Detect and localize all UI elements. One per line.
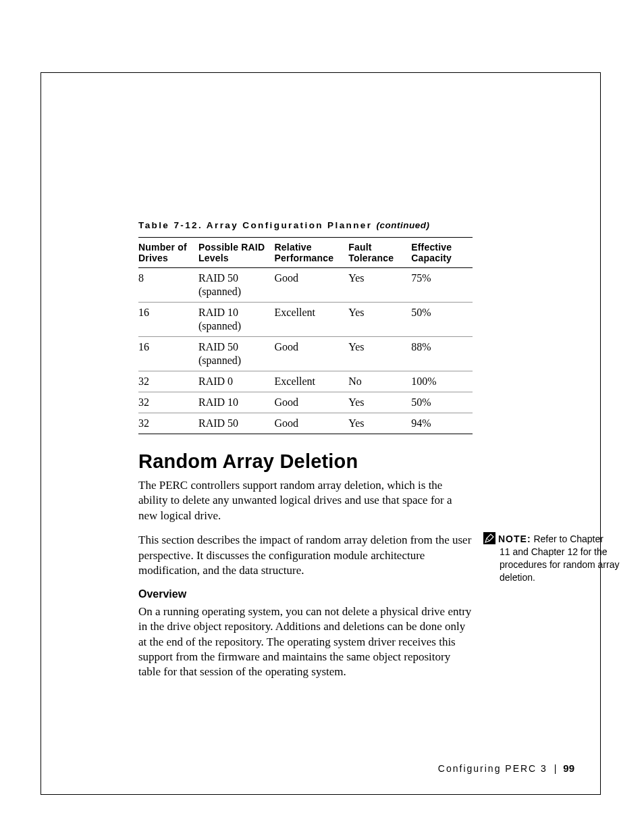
cell-perf: Excellent — [275, 303, 349, 337]
config-planner-table: Number of Drives Possible RAID Levels Re… — [138, 237, 473, 434]
note-label: NOTE: — [498, 533, 531, 544]
cell-cap: 75% — [411, 268, 473, 303]
cell-perf: Good — [275, 268, 349, 303]
table-row: 32 RAID 10 Good Yes 50% — [138, 392, 473, 413]
table-row: 16 RAID 10 (spanned) Excellent Yes 50% — [138, 303, 473, 337]
footer-section: Configuring PERC 3 — [438, 763, 547, 774]
cell-levels: RAID 0 — [198, 371, 275, 392]
body-paragraph: This section describes the impact of ran… — [138, 533, 473, 578]
cell-levels: RAID 50 (spanned) — [198, 268, 275, 303]
cell-perf: Excellent — [275, 371, 349, 392]
section-heading: Random Array Deletion — [138, 450, 641, 473]
subsection-heading: Overview — [138, 588, 641, 600]
cell-drives: 32 — [138, 413, 198, 434]
cell-drives: 8 — [138, 268, 198, 303]
table-row: 32 RAID 50 Good Yes 94% — [138, 413, 473, 434]
th-levels: Possible RAID Levels — [198, 238, 275, 268]
body-paragraph: On a running operating system, you can n… — [138, 604, 473, 680]
cell-fault: No — [348, 371, 411, 392]
note-text-first: Refer to Chapter — [531, 533, 603, 544]
cell-cap: 94% — [411, 413, 473, 434]
note-pencil-icon — [483, 532, 495, 544]
body-paragraph: The PERC controllers support random arra… — [138, 478, 473, 523]
footer-page-number: 99 — [563, 762, 574, 774]
cell-fault: Yes — [348, 413, 411, 434]
cell-drives: 32 — [138, 392, 198, 413]
cell-levels: RAID 50 (spanned) — [198, 337, 275, 371]
th-cap: Effective Capacity — [411, 238, 473, 268]
table-header-row: Number of Drives Possible RAID Levels Re… — [138, 238, 473, 268]
cell-perf: Good — [275, 392, 349, 413]
cell-perf: Good — [275, 337, 349, 371]
cell-levels: RAID 10 — [198, 392, 275, 413]
note-text-rest: 11 and Chapter 12 for the procedures for… — [500, 546, 639, 584]
cell-cap: 50% — [411, 303, 473, 337]
cell-cap: 88% — [411, 337, 473, 371]
cell-cap: 50% — [411, 392, 473, 413]
footer-divider: | — [554, 763, 557, 774]
th-drives: Number of Drives — [138, 238, 198, 268]
cell-cap: 100% — [411, 371, 473, 392]
cell-drives: 16 — [138, 303, 198, 337]
cell-drives: 16 — [138, 337, 198, 371]
caption-prefix: Table 7-12. Array Configuration Planner — [138, 220, 377, 230]
cell-fault: Yes — [348, 337, 411, 371]
cell-levels: RAID 50 — [198, 413, 275, 434]
cell-fault: Yes — [348, 392, 411, 413]
table-row: 32 RAID 0 Excellent No 100% — [138, 371, 473, 392]
cell-levels: RAID 10 (spanned) — [198, 303, 275, 337]
cell-fault: Yes — [348, 268, 411, 303]
page-footer: Configuring PERC 3 | 99 — [438, 762, 574, 774]
th-fault: Fault Tolerance — [348, 238, 411, 268]
cell-perf: Good — [275, 413, 349, 434]
table-row: 16 RAID 50 (spanned) Good Yes 88% — [138, 337, 473, 371]
th-perf: Relative Performance — [275, 238, 349, 268]
table-row: 8 RAID 50 (spanned) Good Yes 75% — [138, 268, 473, 303]
page-content: Table 7-12. Array Configuration Planner … — [138, 220, 641, 689]
page-frame: Table 7-12. Array Configuration Planner … — [41, 72, 601, 795]
margin-note: NOTE: Refer to Chapter 11 and Chapter 12… — [483, 532, 639, 584]
cell-drives: 32 — [138, 371, 198, 392]
caption-suffix: (continued) — [377, 220, 430, 230]
cell-fault: Yes — [348, 303, 411, 337]
svg-line-0 — [487, 538, 489, 541]
table-caption: Table 7-12. Array Configuration Planner … — [138, 220, 641, 230]
